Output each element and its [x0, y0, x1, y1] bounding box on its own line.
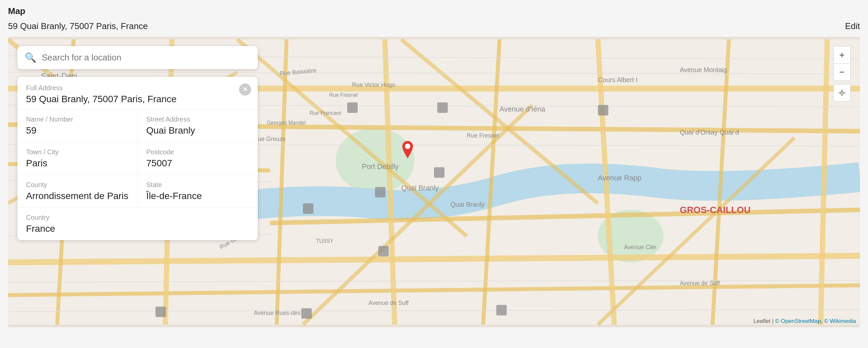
page-address: 59 Quai Branly, 75007 Paris, France [8, 21, 148, 31]
map-controls: + − [833, 46, 850, 102]
county-value: Arrondissement de Paris [26, 191, 128, 201]
svg-text:Quai Branly: Quai Branly [451, 201, 485, 208]
search-input[interactable] [42, 52, 250, 63]
state-label: State [146, 181, 249, 189]
full-address-value: 59 Quai Branly, 75007 Paris, France [26, 94, 249, 105]
address-fields-grid: Name / Number 59 Street Address Quai Bra… [18, 110, 258, 240]
svg-rect-68 [156, 307, 166, 317]
svg-text:Avenue Clér: Avenue Clér [624, 244, 656, 251]
svg-text:Avenue d'Iéna: Avenue d'Iéna [499, 105, 545, 113]
country-value: France [26, 224, 249, 234]
county-cell: County Arrondissement de Paris [18, 175, 137, 208]
section-title: Map [8, 6, 860, 17]
svg-text:TUSSY: TUSSY [316, 238, 334, 244]
country-cell: Country France [18, 208, 258, 240]
svg-point-70 [405, 144, 410, 149]
leaflet-credit: Leaflet [753, 318, 771, 324]
svg-text:Quai Branly: Quai Branly [401, 184, 439, 192]
postcode-cell: Postcode 75007 [137, 142, 258, 175]
svg-rect-64 [378, 246, 389, 256]
close-button[interactable]: ✕ [239, 84, 251, 95]
address-panel: Full Address 59 Quai Branly, 75007 Paris… [18, 77, 258, 240]
address-bar: 59 Quai Branly, 75007 Paris, France Edit [8, 21, 860, 31]
osm-credit[interactable]: © OpenStreetMap [775, 318, 821, 324]
svg-text:Rue Fresnel: Rue Fresnel [467, 132, 499, 139]
svg-text:Avenue de Suff: Avenue de Suff [680, 280, 720, 287]
town-city-cell: Town / City Paris [18, 142, 137, 175]
name-number-label: Name / Number [26, 116, 128, 123]
svg-text:GROS-CAILLOU: GROS-CAILLOU [680, 205, 750, 215]
zoom-out-button[interactable]: − [833, 63, 850, 81]
svg-point-71 [841, 91, 843, 94]
svg-text:Quai d'Orsay Quai d: Quai d'Orsay Quai d [680, 128, 739, 136]
svg-rect-67 [496, 305, 506, 315]
state-value: Île-de-France [146, 191, 249, 201]
wikimedia-credit[interactable]: © Wikimedia [824, 318, 856, 324]
svg-rect-63 [375, 187, 385, 197]
svg-text:Avenue Montaig: Avenue Montaig [680, 66, 727, 74]
panel-header: Full Address 59 Quai Branly, 75007 Paris… [18, 77, 258, 110]
svg-rect-65 [303, 203, 313, 214]
town-city-value: Paris [26, 158, 128, 169]
svg-text:Rue Fresnel: Rue Fresnel [329, 92, 358, 98]
postcode-value: 75007 [146, 158, 249, 169]
search-overlay: 🔍 [18, 46, 258, 69]
edit-button[interactable]: Edit [845, 21, 860, 31]
map-pin [400, 140, 415, 160]
map-container: Rue Boissière Rue Victor Hugo Rue Poinca… [8, 37, 860, 327]
country-label: Country [26, 214, 249, 222]
postcode-label: Postcode [146, 148, 249, 156]
svg-rect-62 [434, 167, 444, 178]
svg-text:Cours Albert I: Cours Albert I [598, 76, 638, 84]
svg-text:Port Debilly: Port Debilly [362, 162, 399, 171]
svg-text:Avenue de Suff: Avenue de Suff [369, 299, 409, 306]
svg-text:Georges Mandel: Georges Mandel [267, 120, 306, 125]
svg-rect-69 [598, 105, 608, 115]
search-icon: 🔍 [25, 52, 36, 63]
map-attribution: Leaflet | © OpenStreetMap, © Wikimedia [753, 318, 856, 325]
svg-text:Rue Greuze: Rue Greuze [254, 136, 285, 142]
name-number-cell: Name / Number 59 [18, 110, 137, 142]
zoom-in-button[interactable]: + [833, 46, 850, 63]
svg-text:Rue Victor Hugo: Rue Victor Hugo [352, 82, 395, 88]
locate-button[interactable] [833, 84, 850, 102]
page-wrapper: Map 59 Quai Branly, 75007 Paris, France … [0, 0, 868, 348]
svg-rect-60 [347, 102, 358, 113]
svg-text:Rue Poincaré: Rue Poincaré [309, 110, 341, 116]
svg-text:Avenue Rues-des: Avenue Rues-des [254, 310, 301, 316]
full-address-label: Full Address [26, 84, 249, 92]
name-number-value: 59 [26, 125, 128, 136]
street-address-label: Street Address [146, 116, 249, 123]
state-cell: State Île-de-France [137, 175, 258, 208]
street-address-value: Quai Branly [146, 125, 249, 136]
town-city-label: Town / City [26, 148, 128, 156]
svg-text:Avenue Rapp: Avenue Rapp [598, 174, 641, 182]
street-address-cell: Street Address Quai Branly [137, 110, 258, 142]
svg-rect-66 [301, 308, 311, 319]
svg-rect-61 [437, 102, 448, 113]
county-label: County [26, 181, 128, 189]
